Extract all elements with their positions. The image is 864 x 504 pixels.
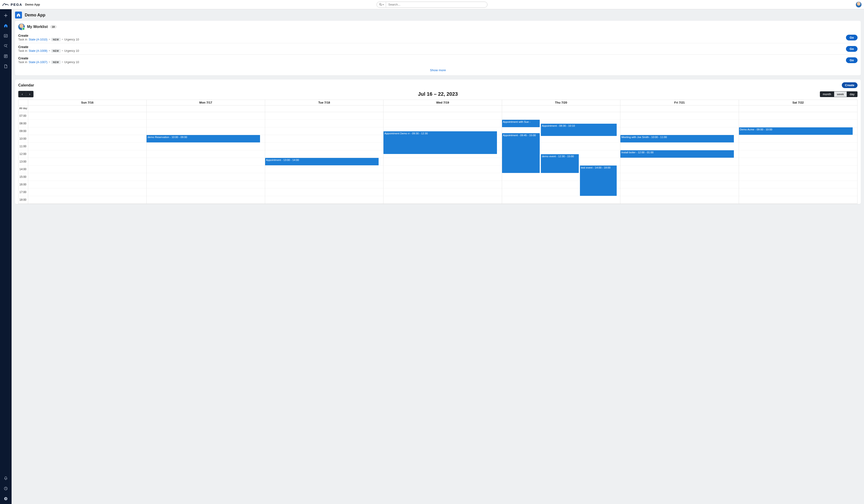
calendar-slot[interactable] bbox=[739, 112, 857, 120]
calendar-slot[interactable] bbox=[265, 150, 383, 158]
calendar-event[interactable]: demo event - 12:30 - 15:00 bbox=[541, 154, 579, 173]
calendar-slot[interactable] bbox=[146, 181, 265, 189]
rail-home-button[interactable] bbox=[2, 22, 10, 29]
calendar-day-column[interactable]: Appointment - 13:00 - 14:00 bbox=[265, 112, 383, 204]
calendar-slot[interactable] bbox=[28, 120, 146, 128]
calendar-event[interactable]: demo Reservation - 10:00 - 09:00 bbox=[146, 135, 260, 142]
calendar-day-column[interactable]: Meeting with Joe Smith - 10:00 - 11:00In… bbox=[620, 112, 739, 204]
calendar-slot[interactable] bbox=[28, 128, 146, 135]
calendar-slot[interactable] bbox=[739, 173, 857, 181]
task-go-button[interactable]: Go bbox=[846, 46, 857, 52]
calendar-slot[interactable] bbox=[28, 150, 146, 158]
rail-notifications-button[interactable] bbox=[2, 475, 10, 482]
calendar-slot[interactable] bbox=[383, 120, 502, 128]
calendar-slot[interactable] bbox=[620, 189, 739, 196]
calendar-slot[interactable] bbox=[28, 166, 146, 173]
task-go-button[interactable]: Go bbox=[846, 35, 857, 40]
calendar-slot[interactable] bbox=[383, 158, 502, 166]
search-box[interactable]: ▾ bbox=[376, 2, 488, 8]
calendar-slot[interactable] bbox=[265, 135, 383, 143]
calendar-event[interactable]: Appointment - 09:45 - 15:00 bbox=[502, 133, 540, 173]
calendar-event[interactable]: Appointment Demo rr - 09:30 - 12:30 bbox=[383, 131, 497, 154]
allday-cell[interactable] bbox=[265, 105, 383, 112]
calendar-slot[interactable] bbox=[383, 112, 502, 120]
calendar-day-column[interactable] bbox=[28, 112, 146, 204]
allday-cell[interactable] bbox=[28, 105, 146, 112]
calendar-slot[interactable] bbox=[620, 128, 739, 135]
calendar-slot[interactable] bbox=[739, 189, 857, 196]
calendar-slot[interactable] bbox=[146, 189, 265, 196]
rail-create-button[interactable] bbox=[2, 12, 10, 20]
calendar-slot[interactable] bbox=[739, 143, 857, 150]
task-go-button[interactable]: Go bbox=[846, 57, 857, 63]
calendar-slot[interactable] bbox=[265, 166, 383, 173]
calendar-slot[interactable] bbox=[146, 128, 265, 135]
calendar-slot[interactable] bbox=[146, 173, 265, 181]
view-day-button[interactable]: day bbox=[847, 92, 857, 97]
calendar-slot[interactable] bbox=[28, 158, 146, 166]
calendar-slot[interactable] bbox=[146, 112, 265, 120]
breadcrumb-home-icon[interactable] bbox=[15, 12, 22, 19]
calendar-slot[interactable] bbox=[146, 150, 265, 158]
calendar-slot[interactable] bbox=[502, 196, 620, 204]
rail-dashboard-button[interactable] bbox=[2, 32, 10, 40]
calendar-slot[interactable] bbox=[383, 189, 502, 196]
calendar-slot[interactable] bbox=[28, 112, 146, 120]
calendar-day-column[interactable]: demo Reservation - 10:00 - 09:00 bbox=[146, 112, 265, 204]
calendar-slot[interactable] bbox=[28, 173, 146, 181]
calendar-slot[interactable] bbox=[620, 196, 739, 204]
calendar-slot[interactable] bbox=[265, 112, 383, 120]
calendar-slot[interactable] bbox=[383, 181, 502, 189]
calendar-slot[interactable] bbox=[739, 120, 857, 128]
search-input[interactable] bbox=[386, 2, 487, 8]
allday-cell[interactable] bbox=[146, 105, 265, 112]
calendar-slot[interactable] bbox=[146, 166, 265, 173]
calendar-slot[interactable] bbox=[620, 112, 739, 120]
calendar-event[interactable]: Meeting with Joe Smith - 10:00 - 11:00 bbox=[620, 135, 734, 142]
calendar-slot[interactable] bbox=[265, 120, 383, 128]
calendar-slot[interactable] bbox=[265, 196, 383, 204]
rail-reports-button[interactable] bbox=[2, 52, 10, 60]
calendar-event[interactable]: Demo Acme - 09:00 - 10:00 bbox=[739, 128, 853, 135]
view-week-button[interactable]: week bbox=[834, 92, 847, 97]
calendar-slot[interactable] bbox=[265, 128, 383, 135]
allday-cell[interactable] bbox=[739, 105, 857, 112]
task-case-link[interactable]: State (A-1007) bbox=[29, 61, 47, 64]
calendar-slot[interactable] bbox=[620, 181, 739, 189]
calendar-event[interactable]: Appointment - 13:00 - 14:00 bbox=[265, 158, 379, 165]
calendar-day-column[interactable]: Demo Acme - 09:00 - 10:00 bbox=[739, 112, 857, 204]
rail-expand-button[interactable] bbox=[2, 495, 10, 503]
calendar-slot[interactable] bbox=[739, 166, 857, 173]
calendar-slot[interactable] bbox=[620, 158, 739, 166]
calendar-slot[interactable] bbox=[146, 143, 265, 150]
calendar-slot[interactable] bbox=[28, 196, 146, 204]
view-month-button[interactable]: month bbox=[820, 92, 834, 97]
task-case-link[interactable]: State (A-1010) bbox=[29, 38, 47, 41]
calendar-day-column[interactable]: Appointment with Sue - Appointment - 08:… bbox=[502, 112, 620, 204]
show-more-link[interactable]: Show more bbox=[430, 69, 446, 72]
calendar-slot[interactable] bbox=[265, 181, 383, 189]
calendar-slot[interactable] bbox=[620, 166, 739, 173]
calendar-slot[interactable] bbox=[28, 143, 146, 150]
calendar-event[interactable]: Appointment with Sue - bbox=[502, 120, 540, 127]
calendar-slot[interactable] bbox=[739, 135, 857, 143]
calendar-next-button[interactable]: › bbox=[26, 91, 33, 97]
search-scope-button[interactable]: ▾ bbox=[377, 2, 386, 8]
calendar-slot[interactable] bbox=[28, 189, 146, 196]
calendar-slot[interactable] bbox=[146, 158, 265, 166]
calendar-slot[interactable] bbox=[146, 196, 265, 204]
calendar-slot[interactable] bbox=[739, 196, 857, 204]
calendar-slot[interactable] bbox=[739, 181, 857, 189]
worklist-show-more[interactable]: Show more bbox=[18, 66, 857, 75]
calendar-create-button[interactable]: Create bbox=[842, 82, 857, 88]
rail-documents-button[interactable] bbox=[2, 62, 10, 70]
calendar-slot[interactable] bbox=[265, 189, 383, 196]
calendar-event[interactable]: test event - 14:00 - 18:00 bbox=[580, 166, 617, 196]
rail-recents-button[interactable] bbox=[2, 484, 10, 492]
calendar-slot[interactable] bbox=[620, 143, 739, 150]
calendar-slot[interactable] bbox=[146, 120, 265, 128]
calendar-slot[interactable] bbox=[620, 120, 739, 128]
calendar-slot[interactable] bbox=[265, 143, 383, 150]
calendar-slot[interactable] bbox=[28, 135, 146, 143]
calendar-slot[interactable] bbox=[383, 173, 502, 181]
